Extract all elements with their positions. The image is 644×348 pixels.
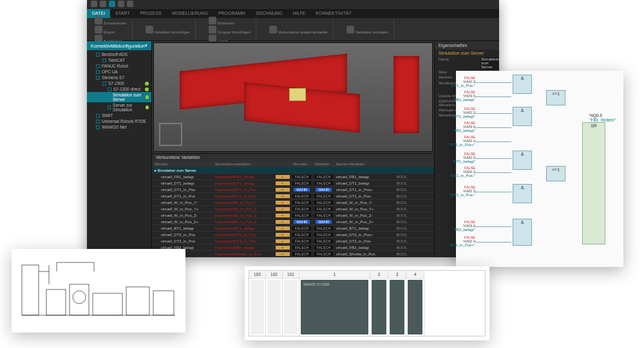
variable-row[interactable]: virtuell_FB1_belegtInputvirtuellFB1_bele… [152,174,434,180]
logic-gate: & [513,184,532,203]
ribbon-group: Entfernen Gruppe hinzufügen Herab [204,19,256,40]
variable-row[interactable]: virtuell_DT2_in_PosInputvirtuellDT2_in_P… [152,232,434,238]
variable-row[interactable]: InputvirtuellShuttle_in_Pos↔FALSCHFALSCH… [152,251,434,257]
variable-row[interactable]: virtuell_BT1_belegtInputvirtuellBT1_bele… [152,225,434,232]
col-header[interactable]: Simulationsvariablen [215,162,273,166]
signal-label: FALSE%M3.6"FB2_belegt" [443,220,475,232]
tree-node[interactable]: Universal Robots RTDE [87,118,151,124]
step-fwd-button[interactable] [118,1,124,7]
main-area: Verbundene Variablen StrukturSimulations… [152,41,434,257]
col-header[interactable]: Server-Variablen [336,162,394,166]
ribbon-cmd[interactable]: Export [95,26,127,34]
ribbon-cmd[interactable]: Variablen hinzufügen [146,26,191,34]
variable-row[interactable]: virtuell_W_in_Pos_Y-InputvirtuellW_in_Po… [152,199,434,206]
ribbon-group: Variablen anzeigen [341,19,394,40]
tree-node[interactable]: Beckhoff ADS [87,51,151,57]
ribbon-cmd[interactable]: Variablen anzeigen [346,26,388,34]
signal-label: FALSE%M2.5"DT1_belegt" [443,152,475,163]
tree-node[interactable]: Siemens S7 [87,75,151,80]
tree-node[interactable]: Server zur Simulation [87,102,151,113]
variable-group-row[interactable]: ▸ Simulation zum Server [152,167,434,174]
variable-row[interactable]: virtuell_W_in_Pos_Z-InputvirtuellW_in_Po… [152,212,434,219]
ribbon-group: Zurücksetzen Export Bearbeiten [90,19,133,40]
variables-table: StrukturSimulationsvariablenSimulati…Var… [152,161,434,257]
tree-node[interactable]: FANUC Robot [87,63,151,69]
plc-slot[interactable]: 4 [406,271,424,336]
plc-slot[interactable]: 101 [283,271,299,336]
property-row[interactable]: NameSimulation zum Server [435,57,499,69]
step-back-button[interactable] [100,1,106,7]
collapse-icon[interactable]: ▾ [145,43,147,48]
col-header[interactable]: Struktur [155,162,213,166]
tab-hilfe[interactable]: HILFE [288,9,311,18]
col-header[interactable]: Simulati… [292,162,312,166]
sidebar-header: Konnektivitätskonfiguration ▾ [87,41,151,50]
variable-row[interactable]: virtuell_W_in_Pos_Z+InputvirtuellW_in_Po… [152,219,434,225]
signal-label: FALSE%M2.3"DT1_belegt" [443,107,475,118]
playback-bar [87,0,499,9]
logic-gate: & [513,219,532,246]
signal-label: FALSE%M2.4"DT1_in_Pos+" [443,235,475,247]
plc-slot[interactable]: 2 [370,271,388,336]
variable-row[interactable]: virtuell_DT1_belegtInputvirtuellDT1_bele… [152,180,434,187]
connectivity-tree[interactable]: Beckhoff ADSTwinCATFANUC RobotOPC UASiem… [87,50,151,257]
plc-slot[interactable]: 103 [249,271,266,336]
plc-rack[interactable]: 1031021011SIMATIC S7-1500234 [249,270,486,336]
tree-node[interactable]: Simulation zum Server [87,92,151,102]
tree-node[interactable]: S7-1200 direct [87,86,151,92]
logic-gate: & [513,107,532,126]
svg-rect-8 [153,291,174,315]
variable-row[interactable]: virtuell_DT1_in_PosInputvirtuellDT1_in_P… [152,193,434,199]
fbd-network-card: %Q0.6 "FB1_fördern" &>=1&SR&>=1&& FALSE%… [456,71,623,267]
variable-row[interactable]: virtuell_DT1_in_PosInputvirtuellDT1_in_P… [152,187,434,193]
status-dot [146,105,149,109]
variable-group-name: Simulation zum Server [157,169,196,172]
tree-node[interactable]: WinMOD Net [87,124,151,130]
logic-gate: & [513,75,532,94]
signal-label: FALSE%M2.3"DT1_in_Pos-" [443,185,475,197]
signal-label: FALSE%M3.6"FB2_belegt" [443,121,475,133]
signal-label: FALSE%M2.3"DT1_in_Pos-" [443,76,475,87]
technical-drawing-card [12,249,185,333]
workpiece [289,88,306,101]
plc-slot[interactable]: 1SIMATIC S7-1500 [299,271,370,336]
ribbon: DATEISTARTPROZESSMODELLIERUNGPROGRAMMZEI… [87,9,499,41]
tab-konnektivität[interactable]: KONNEKTIVITÄT [310,9,357,18]
plc-hardware-card: 1031021011SIMATIC S7-1500234 [245,266,489,340]
variable-row[interactable]: virtuell_FB2_belegtInputvirtuellFB2_bele… [152,244,434,251]
3d-viewport[interactable] [153,42,433,152]
ribbon-cmd[interactable]: Verbundene wiederherstellen [269,26,328,34]
svg-rect-7 [126,287,149,315]
tree-node[interactable]: SIMIT [87,113,151,118]
status-dot [146,95,148,99]
col-header[interactable]: Variieren… [314,162,334,166]
variable-row[interactable]: virtuell_W_in_Pos_Y+InputvirtuellW_in_Po… [152,206,434,212]
logic-gate: >=1 [546,90,565,105]
stop-button[interactable] [127,1,133,7]
tab-prozess[interactable]: PROZESS [135,9,166,18]
variable-row[interactable]: virtuell_DT2_in_PosInputvirtuellDT2_in_P… [152,238,434,244]
nav-cube[interactable] [159,123,182,146]
ribbon-cmd[interactable]: Zurücksetzen [95,17,127,25]
properties-header: Eigenschaften [435,41,499,50]
reset-button[interactable] [91,1,97,7]
plc-slot[interactable]: 102 [266,271,283,336]
variables-panel: Verbundene Variablen StrukturSimulations… [152,153,434,257]
svg-rect-3 [46,289,66,315]
play-button[interactable] [109,1,115,7]
ribbon-tabs: DATEISTARTPROZESSMODELLIERUNGPROGRAMMZEI… [87,9,499,18]
tree-node[interactable]: OPC UA [87,69,151,75]
tree-node[interactable]: TwinCAT [87,57,151,63]
signal-label: FALSE%M2.4"DT1_in_Pos+" [443,135,475,147]
ribbon-cmd[interactable]: Gruppe hinzufügen [209,26,251,34]
ribbon-group: Variablen hinzufügen [140,19,196,40]
status-dot [145,82,149,86]
tree-node[interactable]: S7-1500 [87,80,151,86]
sr-block: SR [582,122,605,244]
ribbon-cmd[interactable]: Entfernen [209,17,251,25]
tab-zeichnung[interactable]: ZEICHNUNG [251,9,288,18]
ribbon-group: Verbundene wiederherstellen [264,19,334,40]
tab-modellierung[interactable]: MODELLIERUNG [167,9,213,18]
svg-point-5 [73,291,86,304]
plc-slot[interactable]: 3 [388,271,406,336]
